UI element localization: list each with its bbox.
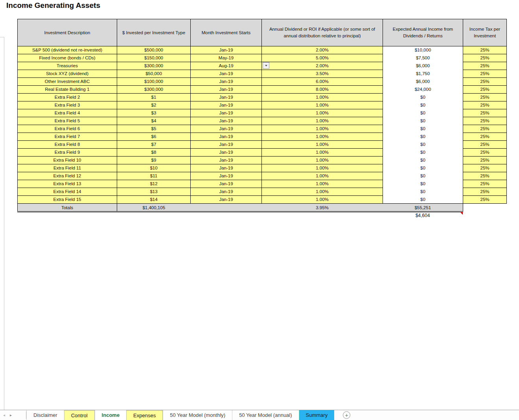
cell-income-tax[interactable]: 25% bbox=[463, 94, 507, 101]
cell-month[interactable]: Jan-19 bbox=[191, 117, 262, 125]
tab-50-year-model-monthly[interactable]: 50 Year Model (monthly) bbox=[163, 410, 232, 420]
cell-dividend[interactable]: 1.00% bbox=[262, 141, 383, 149]
cell-invested[interactable]: $11 bbox=[117, 172, 191, 180]
cell-expected-income[interactable]: $0 bbox=[383, 125, 463, 133]
totals-month-empty[interactable] bbox=[191, 204, 262, 212]
cell-month[interactable]: Jan-19 bbox=[191, 149, 262, 157]
column-header-invested[interactable]: $ Invested per Investment Type bbox=[117, 19, 191, 46]
cell-description[interactable]: Extra Field 5 bbox=[18, 117, 117, 125]
cell-invested[interactable]: $5 bbox=[117, 125, 191, 133]
cell-month[interactable]: Jan-19 bbox=[191, 164, 262, 172]
cell-invested[interactable]: $7 bbox=[117, 141, 191, 149]
cell-expected-income[interactable]: $24,000 bbox=[383, 86, 463, 94]
cell-invested[interactable]: $3 bbox=[117, 109, 191, 117]
cell-dividend[interactable]: 1.00% bbox=[262, 149, 383, 157]
cell-income-tax[interactable]: 25% bbox=[463, 54, 507, 62]
cell-description[interactable]: Extra Field 9 bbox=[18, 149, 117, 157]
column-header-month[interactable]: Month Investment Starts bbox=[191, 19, 262, 46]
cell-income-tax[interactable]: 25% bbox=[463, 70, 507, 78]
cell-description[interactable]: Extra Field 2 bbox=[18, 94, 117, 101]
cell-description[interactable]: Extra Field 13 bbox=[18, 180, 117, 188]
cell-dividend[interactable]: 1.00% bbox=[262, 117, 383, 125]
cell-month[interactable]: Jan-19 bbox=[191, 133, 262, 141]
cell-expected-income[interactable]: $0 bbox=[383, 117, 463, 125]
tab-income[interactable]: Income bbox=[95, 410, 127, 420]
cell-invested[interactable]: $300,000 bbox=[117, 86, 191, 94]
cell-invested[interactable]: $6 bbox=[117, 133, 191, 141]
cell-invested[interactable]: $9 bbox=[117, 157, 191, 164]
cell-month[interactable]: Jan-19 bbox=[191, 86, 262, 94]
cell-expected-income[interactable]: $0 bbox=[383, 133, 463, 141]
new-sheet-button[interactable]: + bbox=[343, 411, 350, 419]
cell-month[interactable]: Jan-19 bbox=[191, 157, 262, 164]
tabs-scroll-left-icon[interactable]: ◂ bbox=[3, 413, 5, 417]
cell-expected-income[interactable]: $0 bbox=[383, 188, 463, 196]
cell-description[interactable]: Extra Field 3 bbox=[18, 101, 117, 109]
cell-month[interactable]: Jan-19 bbox=[191, 109, 262, 117]
cell-description[interactable]: Extra Field 15 bbox=[18, 196, 117, 204]
cell-income-tax[interactable]: 25% bbox=[463, 141, 507, 149]
cell-expected-income[interactable]: $10,000 bbox=[383, 46, 463, 54]
cell-dividend[interactable]: 2.00% bbox=[262, 46, 383, 54]
cell-income-tax[interactable]: 25% bbox=[463, 188, 507, 196]
cell-description[interactable]: Real Estate Building 1 bbox=[18, 86, 117, 94]
cell-expected-income[interactable]: $0 bbox=[383, 196, 463, 204]
cell-dividend[interactable]: 3.50% bbox=[262, 70, 383, 78]
cell-month[interactable]: Jan-19 bbox=[191, 101, 262, 109]
cell-description[interactable]: Stock XYZ (dividend) bbox=[18, 70, 117, 78]
cell-month[interactable]: Jan-19 bbox=[191, 78, 262, 86]
cell-expected-income[interactable]: $0 bbox=[383, 157, 463, 164]
cell-invested[interactable]: $1 bbox=[117, 94, 191, 101]
cell-invested[interactable]: $300,000 bbox=[117, 62, 191, 70]
cell-dividend[interactable]: 2.00% bbox=[262, 62, 383, 70]
tab-expenses[interactable]: Expenses bbox=[126, 410, 163, 420]
cell-income-tax[interactable]: 25% bbox=[463, 78, 507, 86]
cell-income-tax[interactable]: 25% bbox=[463, 101, 507, 109]
cell-description[interactable]: Extra Field 14 bbox=[18, 188, 117, 196]
cell-month[interactable]: Jan-19 bbox=[191, 188, 262, 196]
tab-50-year-model-annual[interactable]: 50 Year Model (annual) bbox=[232, 410, 298, 420]
cell-month[interactable]: Jan-19 bbox=[191, 180, 262, 188]
cell-description[interactable]: Extra Field 10 bbox=[18, 157, 117, 164]
totals-label[interactable]: Totals bbox=[18, 204, 117, 212]
tab-control[interactable]: Control bbox=[64, 410, 95, 420]
cell-dividend[interactable]: 1.00% bbox=[262, 109, 383, 117]
cell-income-tax[interactable]: 25% bbox=[463, 109, 507, 117]
cell-description[interactable]: Extra Field 8 bbox=[18, 141, 117, 149]
cell-month[interactable]: Jan-19 bbox=[191, 125, 262, 133]
cell-invested[interactable]: $10 bbox=[117, 164, 191, 172]
cell-income-tax[interactable]: 25% bbox=[463, 86, 507, 94]
cell-description[interactable]: S&P 500 (dividend not re-invested) bbox=[18, 46, 117, 54]
cell-income-tax[interactable]: 25% bbox=[463, 117, 507, 125]
cell-month[interactable]: Jan-19 bbox=[191, 70, 262, 78]
cell-dividend[interactable]: 1.00% bbox=[262, 94, 383, 101]
cell-month[interactable]: May-19 bbox=[191, 54, 262, 62]
cell-invested[interactable]: $50,000 bbox=[117, 70, 191, 78]
cell-income-tax[interactable]: 25% bbox=[463, 46, 507, 54]
cell-income-tax[interactable]: 25% bbox=[463, 196, 507, 204]
month-dropdown-button[interactable] bbox=[263, 62, 269, 69]
cell-dividend[interactable]: 5.00% bbox=[262, 54, 383, 62]
cell-month[interactable]: Aug-19 bbox=[191, 62, 262, 70]
column-header-income-tax[interactable]: Income Tax per Investment bbox=[463, 19, 507, 46]
cell-expected-income[interactable]: $6,000 bbox=[383, 62, 463, 70]
cell-expected-income[interactable]: $0 bbox=[383, 141, 463, 149]
cell-dividend[interactable]: 1.00% bbox=[262, 188, 383, 196]
column-header-expected-income[interactable]: Expected Annual Income from Dividends / … bbox=[383, 19, 463, 46]
cell-income-tax[interactable]: 25% bbox=[463, 133, 507, 141]
cell-month[interactable]: Jan-19 bbox=[191, 94, 262, 101]
tab-disclaimer[interactable]: Disclaimer bbox=[26, 410, 64, 420]
cell-month[interactable]: Jan-19 bbox=[191, 172, 262, 180]
cell-description[interactable]: Fixed Income (bonds / CDs) bbox=[18, 54, 117, 62]
cell-dividend[interactable]: 8.00% bbox=[262, 86, 383, 94]
cell-invested[interactable]: $13 bbox=[117, 188, 191, 196]
cell-description[interactable]: Extra Field 12 bbox=[18, 172, 117, 180]
cell-description[interactable]: Treasuries bbox=[18, 62, 117, 70]
totals-invested[interactable]: $1,400,105 bbox=[117, 204, 191, 212]
cell-invested[interactable]: $2 bbox=[117, 101, 191, 109]
cell-dividend[interactable]: 1.00% bbox=[262, 125, 383, 133]
cell-month[interactable]: Jan-19 bbox=[191, 141, 262, 149]
cell-income-tax[interactable]: 25% bbox=[463, 164, 507, 172]
after-tax-income-cell[interactable]: $4,604 bbox=[383, 212, 463, 219]
cell-expected-income[interactable]: $6,000 bbox=[383, 78, 463, 86]
